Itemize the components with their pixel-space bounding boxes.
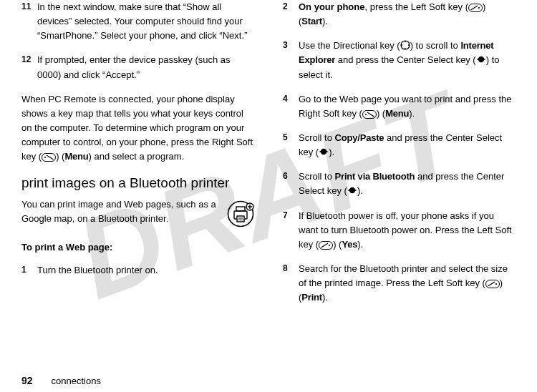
- step-body: If Bluetooth power is off, your phone as…: [299, 209, 516, 252]
- step-4: 4 Go to the Web page you want to print a…: [283, 92, 516, 121]
- step-number: 3: [283, 39, 299, 52]
- step-number: 11: [21, 0, 37, 14]
- step-number: 2: [283, 0, 299, 14]
- step-number: 7: [283, 209, 299, 222]
- step-number: 6: [283, 170, 299, 183]
- text-fragment: and press the Center Select key (: [335, 54, 476, 65]
- pc-remote-paragraph: When PC Remote is connected, your phone …: [21, 92, 254, 165]
- left-softkey-icon: [485, 280, 500, 288]
- step-11: 11 In the next window, make sure that “S…: [21, 0, 254, 43]
- left-softkey-icon: [468, 4, 483, 12]
- left-softkey-icon: [319, 241, 333, 250]
- step-number: 5: [283, 131, 299, 144]
- text-fragment: Use the Directional key (: [299, 40, 400, 51]
- step-body: Turn the Bluetooth printer on.: [37, 263, 254, 278]
- right-column: 2 On your phone, press the Left Soft key…: [283, 0, 516, 366]
- step-body: Search for the Bluetooth printer and sel…: [299, 262, 516, 305]
- step-2: 2 On your phone, press the Left Soft key…: [283, 0, 516, 29]
- copy-paste-label: Copy/Paste: [335, 132, 384, 143]
- text-fragment: , press the Left Soft key (: [364, 1, 468, 12]
- directional-key-icon: [400, 40, 410, 50]
- text-fragment: ).: [409, 108, 415, 119]
- step-number: 8: [283, 262, 299, 275]
- text-fragment: Search for the Bluetooth printer and sel…: [299, 263, 508, 288]
- text-fragment: ) and select a program.: [89, 151, 185, 162]
- right-softkey-icon: [42, 153, 56, 162]
- step-number: 1: [21, 263, 37, 277]
- center-select-key-icon: [347, 185, 357, 195]
- intro-text: You can print image and Web pages, such …: [21, 197, 220, 226]
- step-number: 12: [21, 53, 37, 67]
- text-fragment: ).: [357, 239, 363, 250]
- text-bold: On your phone: [299, 1, 364, 12]
- page-footer: 92 connections: [21, 375, 101, 386]
- step-body: Go to the Web page you want to print and…: [299, 92, 516, 121]
- intro-row: You can print image and Web pages, such …: [21, 197, 254, 232]
- step-7: 7 If Bluetooth power is off, your phone …: [283, 209, 516, 252]
- text-fragment: ).: [322, 16, 328, 26]
- right-softkey-icon: [362, 110, 377, 119]
- text-fragment: ).: [329, 147, 334, 157]
- print-via-bluetooth-label: Print via Bluetooth: [335, 171, 415, 182]
- print-label: Print: [301, 292, 322, 303]
- step-body: On your phone, press the Left Soft key (…: [299, 0, 516, 29]
- page-number: 92: [21, 375, 33, 386]
- menu-label: Menu: [64, 151, 88, 162]
- step-3: 3 Use the Directional key () to scroll t…: [283, 39, 516, 82]
- yes-label: Yes: [342, 239, 357, 250]
- text-fragment: Scroll to: [299, 132, 335, 143]
- left-column: 11 In the next window, make sure that “S…: [21, 0, 254, 366]
- step-number: 4: [283, 92, 299, 106]
- page-content: 11 In the next window, make sure that “S…: [0, 0, 537, 372]
- step-body: Scroll to Print via Bluetooth and press …: [299, 170, 516, 198]
- procedure-lead: To print a Web page:: [21, 240, 254, 255]
- center-select-key-icon: [319, 147, 329, 157]
- section-name: connections: [52, 376, 101, 386]
- text-fragment: ) to scroll to: [410, 40, 461, 51]
- text-fragment: ) (: [377, 108, 385, 119]
- step-body: Use the Directional key () to scroll to …: [299, 39, 516, 82]
- menu-label: Menu: [385, 108, 409, 119]
- step-6: 6 Scroll to Print via Bluetooth and pres…: [283, 170, 516, 198]
- center-select-key-icon: [476, 54, 486, 64]
- text-fragment: ).: [357, 185, 363, 196]
- printer-feature-icon: [227, 200, 254, 232]
- section-heading: print images on a Bluetooth printer: [21, 175, 254, 192]
- start-label: Start: [301, 16, 322, 26]
- step-5: 5 Scroll to Copy/Paste and press the Cen…: [283, 131, 516, 160]
- step-body: Scroll to Copy/Paste and press the Cente…: [299, 131, 516, 160]
- step-12: 12 If prompted, enter the device passkey…: [21, 53, 254, 82]
- step-body: If prompted, enter the device passkey (s…: [37, 53, 254, 82]
- text-fragment: ) (: [333, 239, 342, 250]
- step-1: 1 Turn the Bluetooth printer on.: [21, 263, 254, 278]
- step-body: In the next window, make sure that “Show…: [37, 0, 254, 43]
- step-8: 8 Search for the Bluetooth printer and s…: [283, 262, 516, 305]
- text-fragment: ) (: [56, 151, 64, 162]
- text-fragment: ).: [322, 292, 328, 303]
- text-fragment: Scroll to: [299, 171, 335, 182]
